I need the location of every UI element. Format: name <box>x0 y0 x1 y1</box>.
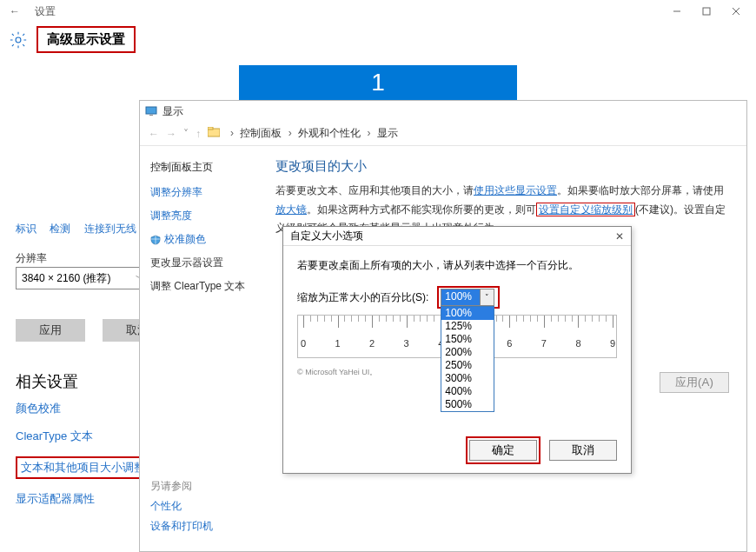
scale-option[interactable]: 125% <box>441 320 494 333</box>
related-link-cleartype[interactable]: ClearType 文本 <box>16 429 93 442</box>
gear-icon <box>9 30 28 50</box>
cp-side-link[interactable]: 调整分辨率 <box>150 185 251 200</box>
cp-also-link[interactable]: 个性化 <box>150 499 213 514</box>
maximize-button[interactable] <box>692 2 721 21</box>
svg-rect-6 <box>149 115 153 116</box>
custom-scaling-link[interactable]: 设置自定义缩放级别 <box>539 203 633 216</box>
detect-link[interactable]: 检测 <box>50 223 70 235</box>
ruler-number: 3 <box>404 338 409 349</box>
scale-option[interactable]: 250% <box>441 359 494 372</box>
resolution-select[interactable]: 3840 × 2160 (推荐) ﹀ <box>16 267 150 289</box>
breadcrumb[interactable]: › 控制面板 › 外观和个性化 › 显示 <box>227 126 398 141</box>
chevron-down-icon[interactable]: ˅ <box>480 289 494 305</box>
resolution-value: 3840 × 2160 (推荐) <box>22 271 110 286</box>
ruler-number: 2 <box>369 338 375 349</box>
scale-dropdown-list[interactable]: 100% 125% 150% 200% 250% 300% 400% 500% <box>441 306 494 412</box>
shield-icon <box>150 235 161 245</box>
nav-up-icon[interactable]: ↑ <box>196 128 201 140</box>
svg-point-4 <box>16 37 21 43</box>
identify-link[interactable]: 标识 <box>16 223 36 235</box>
related-link-text-sizing[interactable]: 文本和其他项目大小调整 <box>21 461 145 474</box>
nav-forward-icon[interactable]: → <box>166 128 176 140</box>
page-title: 高级显示设置 <box>36 26 136 53</box>
dialog-ok-button[interactable]: 确定 <box>469 440 537 461</box>
cp-also-heading: 另请参阅 <box>150 479 213 494</box>
chevron-down-icon[interactable]: ˅ <box>183 128 189 140</box>
window-title: 设置 <box>35 4 56 19</box>
cp-side-link[interactable]: 调整 ClearType 文本 <box>150 279 251 294</box>
ruler-number: 1 <box>335 338 340 349</box>
dialog-title: 自定义大小选项 <box>290 229 363 243</box>
scale-option[interactable]: 500% <box>441 398 494 411</box>
scale-option[interactable]: 300% <box>441 372 494 385</box>
cp-side-link[interactable]: 更改显示器设置 <box>150 256 251 270</box>
cp-main-heading: 更改项目的大小 <box>275 158 733 175</box>
svg-rect-1 <box>703 8 710 15</box>
ruler-number: 0 <box>301 338 306 349</box>
connect-wireless-link[interactable]: 连接到无线 <box>84 223 136 235</box>
related-settings-heading: 相关设置 <box>16 371 78 392</box>
resolution-label: 分辨率 <box>16 251 47 266</box>
custom-size-dialog: 自定义大小选项 ✕ 若要更改桌面上所有项的大小，请从列表中选择一个百分比。 缩放… <box>282 226 632 474</box>
dialog-cancel-button[interactable]: 取消 <box>549 440 617 461</box>
folder-icon <box>208 127 220 140</box>
breadcrumb-item[interactable]: 控制面板 <box>240 127 282 139</box>
ruler-number: 8 <box>575 338 580 349</box>
display-action-links: 标识 检测 连接到无线 <box>16 222 147 236</box>
apply-button[interactable]: 应用 <box>16 319 85 342</box>
close-button[interactable] <box>721 2 751 21</box>
dialog-close-button[interactable]: ✕ <box>615 230 624 243</box>
scale-option[interactable]: 200% <box>441 346 494 359</box>
cp-side-heading: 控制面板主页 <box>150 160 251 175</box>
cp-side-link[interactable]: 校准颜色 <box>164 232 206 247</box>
ruler-number: 7 <box>541 338 547 349</box>
svg-rect-8 <box>208 127 213 130</box>
monitor-preview[interactable]: 1 <box>239 65 517 100</box>
back-button[interactable]: ← <box>5 5 24 17</box>
breadcrumb-item[interactable]: 外观和个性化 <box>298 127 361 139</box>
breadcrumb-item[interactable]: 显示 <box>377 127 398 139</box>
magnifier-link[interactable]: 放大镜 <box>275 203 307 216</box>
dialog-description: 若要更改桌面上所有项的大小，请从列表中选择一个百分比。 <box>297 258 617 273</box>
scale-label: 缩放为正常大小的百分比(S): <box>297 290 428 305</box>
scale-combobox[interactable]: 100% ˅ <box>441 289 494 306</box>
nav-back-icon[interactable]: ← <box>149 128 159 140</box>
cp-side-link[interactable]: 调整亮度 <box>150 209 251 223</box>
minimize-button[interactable] <box>662 2 692 21</box>
scale-current-value: 100% <box>441 289 480 305</box>
related-link-color-calibration[interactable]: 颜色校准 <box>16 402 61 415</box>
cp-apply-button: 应用(A) <box>660 372 729 393</box>
cp-also-link[interactable]: 设备和打印机 <box>150 519 213 534</box>
scale-option[interactable]: 400% <box>441 385 494 398</box>
svg-rect-5 <box>146 107 156 114</box>
scale-option[interactable]: 100% <box>441 307 494 320</box>
cp-window-title: 显示 <box>162 104 183 119</box>
ruler-number: 6 <box>507 338 512 349</box>
scale-option[interactable]: 150% <box>441 333 494 346</box>
ruler-number: 9 <box>610 338 615 349</box>
monitor-icon <box>145 105 157 117</box>
use-display-settings-link[interactable]: 使用这些显示设置 <box>474 184 557 196</box>
related-link-adapter-properties[interactable]: 显示适配器属性 <box>16 492 95 505</box>
